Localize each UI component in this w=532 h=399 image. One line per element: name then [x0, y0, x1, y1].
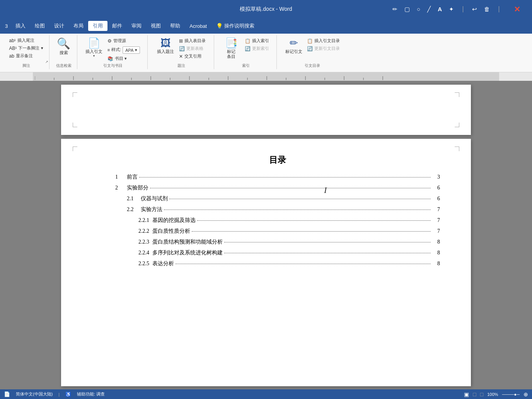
toc-dots-2	[150, 188, 431, 188]
toc-entry-2-2-5: 2.2.5 表达分析 8	[115, 260, 440, 267]
toc-dots-2-2-1	[197, 220, 431, 221]
index-group-label: 索引	[242, 63, 250, 68]
mark-entry-btn[interactable]: 📑 标记条目	[221, 36, 242, 60]
ribbon-group-toa: ✏ 标记引文 📋 插入引文目录 🔄 更新引文目录 引文目录	[278, 35, 347, 69]
cross-reference-btn[interactable]: ✕ 交叉引用	[177, 53, 208, 60]
zoom-level[interactable]: 100%	[487, 392, 498, 397]
insert-table-of-figures-btn[interactable]: ⊞ 插入表目录	[177, 37, 208, 44]
insert-index-btn[interactable]: 📋 插入索引	[243, 37, 271, 44]
toc-page-2-2-2: 7	[432, 228, 440, 234]
insert-toa-icon: 📋	[307, 38, 313, 44]
footnote-col: ab¹ 插入尾注 AB¹ 下一条脚注 ▾ ab 显示备注	[7, 36, 45, 60]
toc-text-2-2-2: 蛋白质性质分析	[152, 228, 190, 235]
zoom-in-icon[interactable]: ⊕	[523, 391, 528, 397]
menu-insert[interactable]: 插入	[11, 21, 30, 31]
menu-draw[interactable]: 绘图	[30, 21, 49, 31]
insert-caption-btn[interactable]: 🖼 插入题注	[155, 36, 176, 55]
pen-icon[interactable]: ✏	[392, 6, 397, 13]
style-label: 样式:	[111, 47, 121, 53]
menu-acrobat[interactable]: Acrobat	[185, 22, 211, 31]
close-icon[interactable]: ✕	[508, 5, 526, 14]
view-web-icon[interactable]: □	[473, 391, 476, 397]
document-area: I 目录 1 前言 3 2 实验部分 6 2.1 仪器与试剂 6	[0, 81, 532, 394]
style-selector[interactable]: APA ▾	[123, 46, 140, 54]
menu-design[interactable]: 设计	[49, 21, 69, 31]
menu-view[interactable]: 视图	[146, 21, 165, 31]
next-footnote-btn[interactable]: AB¹ 下一条脚注 ▾	[7, 44, 45, 52]
update-table-btn: 🔄 更新表格	[177, 45, 208, 52]
title-bar: 模拟草稿.docx - Word ✏ ▢ ○ ╱ A ✦ ↩ 🗑 ✕	[0, 0, 532, 18]
toc-num-2-2-4: 2.2.4	[138, 250, 150, 256]
toc-page-2-2: 7	[432, 206, 440, 213]
bibliography-label: 书目 ▾	[115, 56, 127, 61]
toc-num-1: 1	[115, 174, 127, 180]
manage-sources-label: 管理源	[113, 38, 126, 44]
trash-icon[interactable]: 🗑	[484, 6, 490, 12]
square-icon[interactable]: ▢	[404, 6, 410, 13]
status-language[interactable]: 简体中文(中国大陆)	[16, 391, 53, 397]
toc-text-2-1: 仪器与试剂	[141, 195, 168, 202]
ribbon-group-citations: 📄 插入引文 ▾ ⚙ 管理源 ≡ 样式: APA ▾ �	[78, 35, 148, 69]
zoom-slider[interactable]: ────●─	[502, 392, 520, 397]
menu-item-number[interactable]: 3	[2, 22, 11, 31]
sparkle-icon[interactable]: ✦	[449, 6, 454, 13]
menu-review[interactable]: 审阅	[127, 21, 146, 31]
window-controls: ✏ ▢ ○ ╱ A ✦ ↩ 🗑 ✕	[387, 5, 532, 14]
citations-group-label: 引文与书目	[103, 63, 123, 68]
mark-entry-label: 标记条目	[227, 49, 235, 59]
bibliography-icon: 📚	[107, 56, 113, 61]
style-dropdown-btn[interactable]: ≡ 样式: APA ▾	[106, 45, 142, 55]
lightbulb-icon: 💡	[216, 23, 223, 29]
toc-page-2-1: 6	[432, 196, 440, 202]
toc-text-1: 前言	[127, 174, 138, 181]
corner-bl-1	[73, 123, 77, 127]
show-notes-label: 显示备注	[16, 53, 33, 59]
toc-entry-2-2: 2.2 实验方法 7	[115, 206, 440, 213]
corner-tr-2	[455, 147, 459, 151]
ruler-area	[0, 72, 532, 81]
bibliography-btn[interactable]: 📚 书目 ▾	[106, 55, 142, 62]
view-read-icon[interactable]: □	[480, 391, 483, 397]
ribbon-group-research: 🔍 搜索 信息检索	[50, 35, 77, 69]
insert-index-icon: 📋	[245, 38, 251, 44]
toc-num-2-2-2: 2.2.2	[138, 228, 150, 234]
show-notes-btn[interactable]: ab 显示备注	[7, 52, 45, 60]
toc-num-2-2-5: 2.2.5	[138, 261, 150, 267]
manage-sources-icon: ⚙	[107, 38, 112, 44]
insert-citation-label: 插入引文	[85, 49, 102, 54]
insert-citation-btn[interactable]: 📄 插入引文 ▾	[84, 36, 105, 59]
ruler-svg	[35, 73, 497, 80]
ruler-left-margin	[0, 72, 33, 81]
text-icon[interactable]: A	[438, 6, 442, 12]
undo-icon[interactable]: ↩	[472, 6, 477, 13]
status-accessibility[interactable]: 辅助功能: 调查	[77, 391, 105, 397]
insert-toa-btn[interactable]: 📋 插入引文目录	[305, 37, 342, 44]
toc-num-2-2: 2.2	[127, 206, 138, 213]
menu-help[interactable]: 帮助	[165, 21, 185, 31]
toc-text-2-2-1: 基因的挖掘及筛选	[152, 217, 196, 224]
footnote-expand-icon[interactable]: ↗	[45, 60, 48, 64]
ruler-main	[33, 72, 499, 81]
toc-page-2-2-5: 8	[432, 261, 440, 267]
status-page-icon: 📄	[4, 391, 10, 397]
view-print-icon[interactable]: ▣	[464, 391, 469, 397]
slash-icon[interactable]: ╱	[427, 6, 431, 13]
mark-entry-icon: 📑	[225, 37, 237, 49]
next-footnote-icon: AB¹	[9, 46, 17, 51]
toc-dots-2-2-3	[224, 242, 431, 242]
search-btn[interactable]: 🔍 搜索	[55, 36, 72, 56]
toc-num-2-1: 2.1	[127, 196, 138, 202]
mark-citation-btn[interactable]: ✏ 标记引文	[283, 36, 304, 55]
menu-search-help[interactable]: 💡 操作说明搜索	[211, 21, 259, 31]
toc-dots-2-2	[164, 210, 431, 210]
circle-icon[interactable]: ○	[417, 6, 420, 12]
endnote-icon: ab¹	[9, 38, 15, 43]
menu-layout[interactable]: 布局	[69, 21, 88, 31]
menu-mail[interactable]: 邮件	[107, 21, 127, 31]
toc-page-2-2-3: 8	[432, 239, 440, 245]
update-toa-icon: 🔄	[307, 46, 313, 51]
menu-references[interactable]: 引用	[88, 21, 107, 31]
ribbon-group-footnote: ab¹ 插入尾注 AB¹ 下一条脚注 ▾ ab 显示备注 脚注 ↗	[3, 35, 49, 69]
insert-endnote-btn[interactable]: ab¹ 插入尾注	[7, 37, 45, 44]
manage-sources-btn[interactable]: ⚙ 管理源	[106, 37, 142, 44]
